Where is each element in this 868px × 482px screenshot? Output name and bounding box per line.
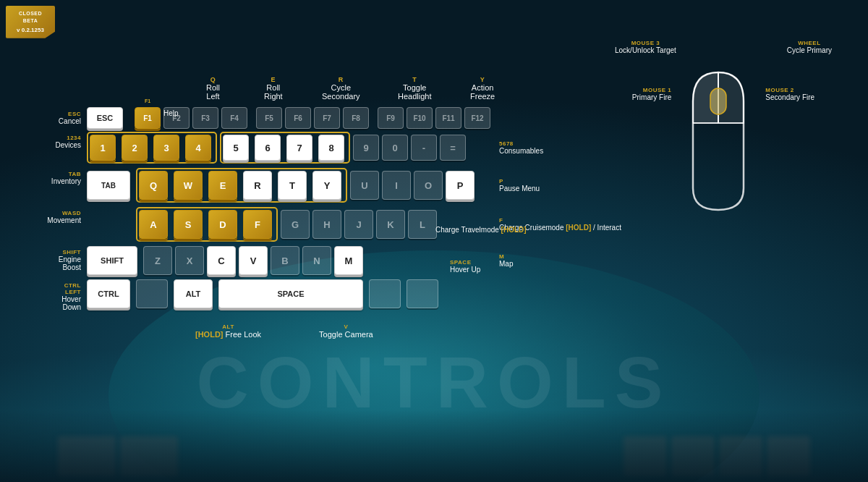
keyboard-area: ESC Cancel ESC F1 F1 Help F2 F3 F4 F5 F6… <box>87 107 493 313</box>
mouse-top-labels: Mouse 3 Lock/Unlock Target Wheel Cycle P… <box>608 40 839 54</box>
key-j[interactable]: J <box>344 210 373 239</box>
key-f9[interactable]: F9 <box>378 107 404 129</box>
wheel-label: Wheel Cycle Primary <box>787 40 832 54</box>
asdf-group: A S D F <box>136 207 278 242</box>
label-cycle-secondary: R Cycle Secondary <box>322 76 360 101</box>
mouse2-label: Mouse 2 Secondary Fire <box>758 58 814 224</box>
key-y[interactable]: Y <box>312 171 341 200</box>
key-alt[interactable]: ALT <box>174 279 213 308</box>
label-toggle-headlight: T Toggle Headlight <box>398 76 431 101</box>
key-f3[interactable]: F3 <box>192 107 218 129</box>
label-toggle-camera: V Toggle Camera <box>319 324 373 339</box>
left-label-hover-down: Ctrl Left Hover Down <box>61 282 81 311</box>
key-b[interactable]: B <box>271 246 299 275</box>
main-content: Q Roll Left E Roll Right R Cycle Seconda… <box>0 0 868 482</box>
key-win[interactable] <box>136 279 168 308</box>
key-q[interactable]: Q <box>139 171 168 200</box>
key-5[interactable]: 5 <box>223 135 249 161</box>
beta-badge: CLOSED BETA v 0.2.1253 <box>6 6 55 38</box>
key-esc[interactable]: ESC <box>87 107 123 129</box>
label-roll-right: E Roll Right <box>264 76 283 101</box>
key-space[interactable]: SPACE <box>218 279 363 308</box>
bottom-row: Ctrl Left Hover Down CTRL ALT SPACE Spac… <box>87 279 493 308</box>
key-f5[interactable]: F5 <box>256 107 282 129</box>
mouse3-label: Mouse 3 Lock/Unlock Target <box>615 40 676 54</box>
key-f12[interactable]: F12 <box>464 107 490 129</box>
key-3[interactable]: 3 <box>153 135 179 161</box>
key-f11[interactable]: F11 <box>435 107 461 129</box>
key-f[interactable]: F <box>243 210 272 239</box>
mouse1-label: Mouse 1 Primary Fire <box>632 58 678 224</box>
key-h[interactable]: H <box>312 210 341 239</box>
key-6[interactable]: 6 <box>255 135 281 161</box>
right-label-consumables: 5678 Consumables <box>499 140 543 155</box>
key-x[interactable]: X <box>175 246 204 275</box>
left-label-devices: 1234 Devices <box>55 135 81 149</box>
key-altgr[interactable] <box>369 279 401 308</box>
key-z[interactable]: Z <box>143 246 172 275</box>
key-9[interactable]: 9 <box>353 135 379 161</box>
key-a[interactable]: A <box>139 210 168 239</box>
label-roll-left: Q Roll Left <box>206 76 220 101</box>
key-f2[interactable]: F2 <box>163 107 190 129</box>
key-7[interactable]: 7 <box>286 135 312 161</box>
beta-line1: CLOSED BETA <box>12 10 49 25</box>
key-ctrl[interactable]: CTRL <box>87 279 130 308</box>
key-e[interactable]: E <box>208 171 237 200</box>
key-2[interactable]: 2 <box>122 135 148 161</box>
bottom-labels: Alt [HOLD] Free Look V Toggle Camera <box>195 324 373 339</box>
key-f7[interactable]: F7 <box>314 107 340 129</box>
svg-rect-1 <box>710 88 726 114</box>
key-menu[interactable] <box>407 279 438 308</box>
qwerty-group: Q W E R T Y <box>136 168 347 203</box>
left-label-engine-boost: Shift Engine Boost <box>59 249 81 271</box>
key-f8[interactable]: F8 <box>343 107 369 129</box>
number-row: 1234 Devices 1 2 3 4 5 6 7 8 9 0 - = 567 <box>87 132 493 164</box>
key-f10[interactable]: F10 <box>407 107 433 129</box>
key-m[interactable]: M <box>334 246 363 275</box>
key-d[interactable]: D <box>208 210 237 239</box>
label-free-look: Alt [HOLD] Free Look <box>195 324 261 339</box>
key-8[interactable]: 8 <box>318 135 344 161</box>
key-g[interactable]: G <box>281 210 310 239</box>
right-label-travelmode: Charge Travelmode [HOLD] <box>435 226 527 234</box>
key-r[interactable]: R <box>243 171 272 200</box>
right-label-hover-up: Space Hover Up <box>450 259 480 274</box>
right-label-map: M Map <box>499 253 513 268</box>
key-t[interactable]: T <box>278 171 307 200</box>
left-label-movement: WASD Movement <box>47 210 81 224</box>
key-f6[interactable]: F6 <box>285 107 311 129</box>
key-f1[interactable]: F1 F1 <box>135 107 161 129</box>
key-i[interactable]: I <box>382 171 411 200</box>
key-tab[interactable]: TAB <box>87 171 130 200</box>
beta-line2: v 0.2.1253 <box>12 26 49 34</box>
key-c[interactable]: C <box>207 246 236 275</box>
left-label-inventory: Tab Inventory <box>51 171 81 185</box>
key-k[interactable]: K <box>376 210 405 239</box>
right-label-pause: P Pause Menu <box>499 178 540 193</box>
mouse-graphic-area: Mouse 1 Primary Fire Mouse 2 <box>608 58 839 224</box>
key-o[interactable]: O <box>414 171 443 200</box>
asdf-row: WASD Movement A S D F G H J K L F Charge… <box>87 207 493 242</box>
key-u[interactable]: U <box>350 171 379 200</box>
key-4[interactable]: 4 <box>185 135 211 161</box>
key-p[interactable]: P <box>446 171 475 200</box>
key-minus[interactable]: - <box>411 135 437 161</box>
consumables-group: 5 6 7 8 <box>220 132 350 164</box>
mouse-section: Mouse 3 Lock/Unlock Target Wheel Cycle P… <box>608 40 839 224</box>
key-n[interactable]: N <box>302 246 331 275</box>
key-0[interactable]: 0 <box>382 135 408 161</box>
key-f4[interactable]: F4 <box>221 107 247 129</box>
label-action-freeze: Y Action Freeze <box>470 76 495 101</box>
mouse-graphic <box>678 58 758 224</box>
shift-row: Shift Engine Boost SHIFT Z X C V B N M C… <box>87 246 493 275</box>
key-l[interactable]: L <box>408 210 437 239</box>
key-shift[interactable]: SHIFT <box>87 246 137 275</box>
key-1[interactable]: 1 <box>90 135 116 161</box>
key-s[interactable]: S <box>174 210 203 239</box>
key-v[interactable]: V <box>239 246 268 275</box>
key-w[interactable]: W <box>174 171 203 200</box>
left-label-cancel: ESC Cancel <box>59 111 81 125</box>
fn-row: ESC Cancel ESC F1 F1 Help F2 F3 F4 F5 F6… <box>87 107 493 129</box>
key-equals[interactable]: = <box>440 135 466 161</box>
